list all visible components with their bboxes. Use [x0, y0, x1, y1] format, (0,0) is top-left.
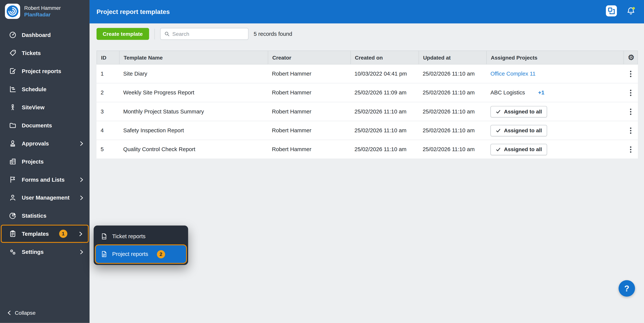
sidebar-item-tickets[interactable]: Tickets [0, 44, 90, 62]
sidebar-item-label: Settings [22, 249, 44, 255]
projects-icon [9, 158, 16, 165]
page-title: Project report templates [96, 8, 170, 16]
assigned-to-all-button[interactable]: Assigned to all [490, 144, 547, 155]
approvals-icon [9, 140, 16, 147]
check-icon [496, 128, 500, 133]
help-button[interactable]: ? [618, 280, 635, 296]
brand-block[interactable]: Robert Hammer PlanRadar [0, 0, 90, 24]
assigned-projects-cell: Assigned to all [486, 140, 624, 158]
marketplace-icon[interactable] [606, 5, 617, 18]
sidebar-item-label: Forms and Lists [22, 176, 65, 182]
assigned-projects-cell: Assigned to all [486, 102, 624, 121]
forms-lists-icon [9, 176, 16, 183]
records-count: 5 records found [254, 31, 292, 37]
collapse-label: Collapse [15, 310, 36, 316]
flyout-item-ticket-reports[interactable]: PDFTicket reports [96, 228, 186, 245]
table-row: 2Weekly Site Progress ReportRobert Hamme… [96, 84, 638, 102]
assigned-to-all-button[interactable]: Assigned to all [490, 125, 547, 136]
table-row: 3Monthly Project Status SummaryRobert Ha… [96, 102, 638, 121]
chevron-right-icon [79, 232, 83, 236]
row-actions [624, 64, 638, 83]
creator: Robert Hammer [268, 102, 350, 121]
row-id: 5 [96, 140, 119, 158]
column-header-assigned-projects: Assigned Projects [487, 51, 624, 64]
statistics-icon [9, 212, 16, 219]
schedule-icon [9, 85, 16, 93]
sidebar-item-statistics[interactable]: Statistics [0, 207, 90, 225]
assigned-projects-cell: Assigned to all [486, 121, 624, 140]
assigned-projects-cell: ABC Logistics+1 [486, 84, 624, 102]
updated-at: 25/02/2026 11:10 am [418, 121, 486, 140]
chevron-right-icon [80, 196, 84, 200]
create-template-button[interactable]: Create template [96, 28, 149, 40]
created-on: 10/03/2022 04:41 pm [350, 64, 419, 83]
table-row: 4Safety Inspection ReportRobert Hammer25… [96, 121, 638, 140]
gear-icon[interactable]: ⚙︎ [628, 54, 634, 61]
page-header: Project report templates [90, 0, 644, 23]
updated-at: 25/02/2026 11:10 am [418, 64, 486, 83]
sidebar-item-label: Statistics [22, 212, 46, 219]
column-header-settings: ⚙︎ [624, 51, 638, 64]
row-id: 4 [96, 121, 119, 140]
template-name: Quality Control Check Report [119, 140, 268, 158]
sidebar-item-schedule[interactable]: Schedule [0, 80, 90, 98]
sidebar-item-templates[interactable]: Templates1 [1, 225, 89, 243]
assigned-project-link[interactable]: Office Complex 11 [490, 71, 536, 77]
creator: Robert Hammer [268, 140, 350, 158]
more-projects-link[interactable]: +1 [538, 90, 544, 96]
sidebar-item-siteview[interactable]: SiteView [0, 98, 90, 116]
search-box[interactable] [160, 28, 248, 40]
settings-icon [9, 248, 16, 256]
sidebar-item-projects[interactable]: Projects [0, 152, 90, 170]
row-actions [624, 121, 638, 140]
kebab-icon[interactable] [630, 70, 632, 77]
table-body: 1Site DiaryRobert Hammer10/03/2022 04:41… [96, 64, 638, 159]
column-header-creator: Creator [268, 51, 351, 64]
flyout-item-label: Project reports [112, 251, 148, 257]
user-management-icon [9, 194, 16, 201]
pdf-file-icon: PDF [100, 233, 108, 240]
column-header-created-on: Created on [351, 51, 419, 64]
templates-flyout-menu: PDFTicket reportsProject reports2 [94, 226, 188, 265]
sidebar-item-settings[interactable]: Settings [0, 243, 90, 261]
main-content: Project report templates [90, 0, 644, 323]
search-input[interactable] [172, 31, 244, 37]
sidebar-item-documents[interactable]: Documents [0, 116, 90, 134]
toolbar-divider [154, 29, 155, 40]
row-actions [624, 102, 638, 121]
notifications-bell-icon[interactable] [626, 6, 636, 18]
template-name: Monthly Project Status Summary [119, 102, 268, 121]
sidebar-item-user-management[interactable]: User Management [0, 189, 90, 207]
assigned-to-all-button[interactable]: Assigned to all [490, 106, 547, 117]
flyout-item-project-reports[interactable]: Project reports2 [96, 245, 186, 263]
kebab-icon[interactable] [630, 108, 632, 115]
siteview-icon [9, 104, 16, 111]
templates-icon [9, 230, 16, 238]
sidebar-item-label: Schedule [22, 86, 46, 92]
kebab-icon[interactable] [630, 89, 632, 96]
templates-table: IDTemplate NameCreatorCreated onUpdated … [96, 50, 638, 159]
updated-at: 25/02/2026 11:10 am [418, 140, 486, 158]
sidebar-item-approvals[interactable]: Approvals [0, 134, 90, 152]
flyout-item-label: Ticket reports [112, 233, 146, 240]
toolbar: Create template 5 records found [90, 23, 644, 40]
row-actions [624, 140, 638, 158]
chevron-right-icon [80, 177, 84, 182]
assigned-projects-cell: Office Complex 11 [486, 64, 624, 83]
kebab-icon[interactable] [630, 127, 632, 134]
brand-name: PlanRadar [24, 11, 61, 18]
kebab-icon[interactable] [630, 146, 632, 153]
sidebar-item-dashboard[interactable]: Dashboard [0, 26, 90, 44]
collapse-button[interactable]: Collapse [0, 302, 90, 323]
sidebar-item-label: Approvals [22, 140, 49, 146]
sidebar-item-project-reports[interactable]: Project reports [0, 62, 90, 80]
table-header-row: IDTemplate NameCreatorCreated onUpdated … [96, 50, 638, 64]
sidebar-item-forms-and-lists[interactable]: Forms and Lists [0, 170, 90, 189]
created-on: 25/02/2026 11:10 am [350, 102, 419, 121]
row-actions [624, 84, 638, 102]
created-on: 25/02/2026 11:09 am [350, 84, 419, 102]
svg-text:PDF: PDF [102, 237, 106, 238]
step-badge: 2 [157, 250, 165, 258]
row-id: 2 [96, 84, 119, 102]
column-header-id: ID [97, 51, 120, 64]
